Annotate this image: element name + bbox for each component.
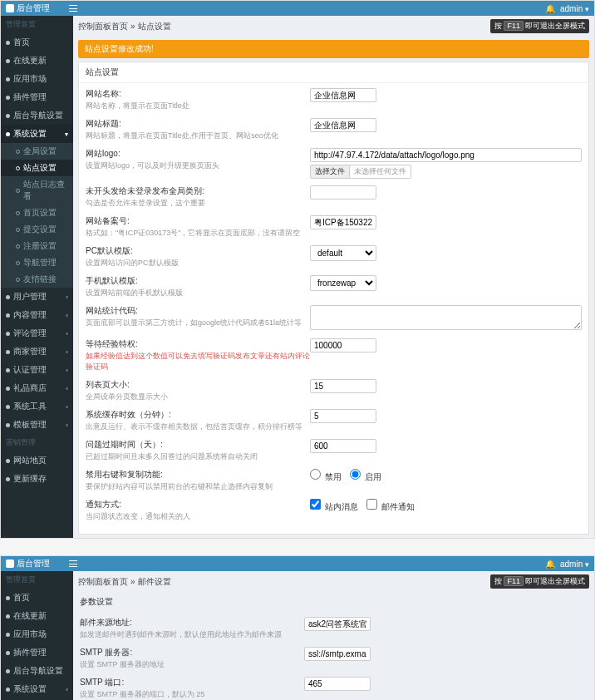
sidebar-subitem[interactable]: 首页设置 <box>1 205 73 221</box>
sidebar-item[interactable]: 首页 <box>1 589 73 607</box>
site-title-input[interactable] <box>310 118 376 132</box>
sidebar-subitem[interactable]: 提交设置 <box>1 221 73 238</box>
pc-template-select[interactable]: default <box>310 245 376 261</box>
sidebar-item[interactable]: 系统工具‹ <box>1 397 73 416</box>
sidebar-subitem[interactable]: 友情链接 <box>1 271 73 288</box>
menu-toggle[interactable] <box>66 1 80 16</box>
chevron-down-icon: ▾ <box>585 560 589 569</box>
user-menu[interactable]: admin ▾ <box>560 560 589 569</box>
brand: 后台管理 <box>6 558 50 569</box>
list-size-input[interactable] <box>310 379 376 393</box>
chevron-down-icon: ▾ <box>585 5 589 13</box>
disable-radio[interactable]: 禁用 <box>310 469 342 483</box>
sidebar-subitem[interactable]: 全局设置 <box>1 143 73 160</box>
bell-icon[interactable]: 🔔 <box>545 560 555 569</box>
sidebar-item[interactable]: 网站地页 <box>1 451 73 470</box>
panel-title: 参数设置 <box>73 592 594 612</box>
sidebar-item[interactable]: 插件管理 <box>1 643 73 662</box>
topbar: 后台管理 🔔 admin ▾ <box>1 556 594 571</box>
sidebar-item[interactable]: 商家管理‹ <box>1 343 73 361</box>
sidebar-item-system[interactable]: 系统设置▾ <box>1 125 73 143</box>
smtp-port-input[interactable] <box>304 677 371 691</box>
crumb-current: 站点设置 <box>138 21 171 32</box>
fullscreen-tip: 按F11即可退出全屏模式 <box>490 19 589 33</box>
sidebar-section-head: 管理首页 <box>1 16 73 33</box>
menu-toggle[interactable] <box>66 556 80 571</box>
sidebar-item[interactable]: 后台导航设置 <box>1 662 73 680</box>
sidebar-item[interactable]: 认证管理‹ <box>1 361 73 379</box>
notify-site-checkbox[interactable]: 站内消息 <box>310 499 358 513</box>
sidebar: 管理首页 首页在线更新应用市场插件管理后台导航设置 系统设置▾ 全局设置站点设置… <box>1 16 73 538</box>
chevron-down-icon: ▾ <box>65 131 68 138</box>
logo-icon <box>6 4 14 12</box>
mobile-template-select[interactable]: fronzewap <box>310 275 376 291</box>
sidebar-item[interactable]: 内容管理‹ <box>1 306 73 324</box>
choose-file-button[interactable]: 选择文件 <box>310 165 350 179</box>
crumb-current: 邮件设置 <box>138 576 171 588</box>
sidebar-subitem[interactable]: 注册设置 <box>1 238 73 254</box>
sidebar-item[interactable]: 在线更新 <box>1 607 73 625</box>
success-alert: 站点设置修改成功! <box>78 40 589 58</box>
mail-from-input[interactable] <box>304 617 371 631</box>
sidebar: 管理首页 首页在线更新应用市场插件管理后台导航设置系统设置‹用户管理‹内容管理‹… <box>1 571 73 700</box>
user-menu[interactable]: admin ▾ <box>560 4 589 13</box>
breadcrumb: 控制面板首页 » 邮件设置 按F11即可退出全屏模式 <box>73 571 594 592</box>
cache-time-input[interactable] <box>310 409 376 423</box>
sidebar-item[interactable]: 插件管理 <box>1 88 73 106</box>
wait-time-input[interactable] <box>310 338 376 352</box>
stat-code-textarea[interactable] <box>310 305 582 330</box>
file-status: 未选择任何文件 <box>350 165 411 179</box>
sidebar-section-head: 管理首页 <box>1 571 73 589</box>
crumb-home[interactable]: 控制面板首页 <box>78 21 128 32</box>
smtp-server-input[interactable] <box>304 647 371 661</box>
sidebar-item[interactable]: 应用市场 <box>1 625 73 643</box>
panel-title: 站点设置 <box>79 62 588 83</box>
site-name-input[interactable] <box>310 88 376 102</box>
sidebar-section-head: 营销管理 <box>1 434 73 451</box>
sidebar-subitem[interactable]: 站点日志查看 <box>1 176 73 205</box>
avatar-input[interactable] <box>310 185 376 200</box>
bell-icon[interactable]: 🔔 <box>545 4 555 13</box>
topbar: 后台管理 🔔 admin ▾ <box>1 1 594 16</box>
fullscreen-tip: 按F11即可退出全屏模式 <box>490 574 589 589</box>
sidebar-item[interactable]: 应用市场 <box>1 70 73 88</box>
expire-days-input[interactable] <box>310 439 376 453</box>
record-input[interactable] <box>310 215 376 229</box>
sidebar-item[interactable]: 礼品商店‹ <box>1 379 73 397</box>
site-logo-input[interactable] <box>310 148 582 162</box>
sidebar-item[interactable]: 系统设置‹ <box>1 680 73 698</box>
logo-icon <box>6 560 14 568</box>
sidebar-item[interactable]: 用户管理‹ <box>1 288 73 306</box>
brand: 后台管理 <box>6 2 50 14</box>
sidebar-item[interactable]: 更新缓存 <box>1 470 73 488</box>
sidebar-subitem[interactable]: 站点设置 <box>1 160 73 176</box>
crumb-home[interactable]: 控制面板首页 <box>78 576 128 588</box>
sidebar-item[interactable]: 首页 <box>1 33 73 52</box>
sidebar-item[interactable]: 后台导航设置 <box>1 106 73 125</box>
breadcrumb: 控制面板首页 » 站点设置 按F11即可退出全屏模式 <box>73 16 594 37</box>
notify-mail-checkbox[interactable]: 邮件通知 <box>366 499 415 513</box>
sidebar-item[interactable]: 在线更新 <box>1 52 73 70</box>
sidebar-item[interactable]: 模板管理‹ <box>1 416 73 434</box>
enable-radio[interactable]: 启用 <box>350 469 381 483</box>
sidebar-item[interactable]: 评论管理‹ <box>1 324 73 343</box>
sidebar-subitem[interactable]: 导航管理 <box>1 254 73 271</box>
